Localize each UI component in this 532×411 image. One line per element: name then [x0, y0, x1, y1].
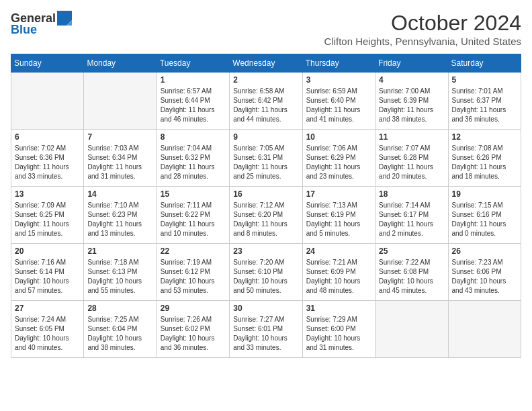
day-number: 17 — [306, 189, 371, 199]
day-info: Sunrise: 7:03 AMSunset: 6:34 PMDaylight:… — [87, 144, 152, 181]
calendar-cell: 22Sunrise: 7:19 AMSunset: 6:12 PMDayligh… — [157, 244, 229, 301]
day-number: 10 — [306, 132, 371, 142]
calendar-cell: 15Sunrise: 7:11 AMSunset: 6:22 PMDayligh… — [157, 187, 229, 244]
weekday-header: Thursday — [302, 54, 375, 73]
day-number: 3 — [306, 75, 371, 85]
day-info: Sunrise: 7:25 AMSunset: 6:04 PMDaylight:… — [87, 315, 152, 353]
day-info: Sunrise: 7:07 AMSunset: 6:28 PMDaylight:… — [379, 144, 444, 181]
location: Clifton Heights, Pennsylvania, United St… — [324, 36, 522, 47]
weekday-header: Tuesday — [157, 54, 229, 73]
weekday-header: Saturday — [448, 54, 521, 73]
calendar-cell: 9Sunrise: 7:05 AMSunset: 6:31 PMDaylight… — [230, 130, 302, 187]
day-info: Sunrise: 7:10 AMSunset: 6:23 PMDaylight:… — [87, 201, 152, 238]
day-number: 13 — [15, 189, 80, 199]
calendar-body: 1Sunrise: 6:57 AMSunset: 6:44 PMDaylight… — [11, 73, 521, 358]
day-info: Sunrise: 7:06 AMSunset: 6:29 PMDaylight:… — [306, 144, 371, 181]
day-number: 8 — [161, 132, 226, 142]
calendar-cell: 14Sunrise: 7:10 AMSunset: 6:23 PMDayligh… — [84, 187, 157, 244]
calendar-cell: 12Sunrise: 7:08 AMSunset: 6:26 PMDayligh… — [448, 130, 521, 187]
day-info: Sunrise: 7:29 AMSunset: 6:00 PMDaylight:… — [306, 315, 371, 353]
day-number: 23 — [233, 246, 298, 256]
day-number: 27 — [15, 304, 80, 313]
day-number: 14 — [87, 189, 152, 199]
day-number: 25 — [379, 246, 444, 256]
day-number: 6 — [15, 132, 80, 142]
calendar-cell: 16Sunrise: 7:12 AMSunset: 6:20 PMDayligh… — [230, 187, 302, 244]
calendar-cell: 5Sunrise: 7:01 AMSunset: 6:37 PMDaylight… — [448, 73, 521, 130]
calendar-cell: 28Sunrise: 7:25 AMSunset: 6:04 PMDayligh… — [84, 301, 157, 358]
day-info: Sunrise: 7:13 AMSunset: 6:19 PMDaylight:… — [306, 201, 371, 238]
day-info: Sunrise: 7:11 AMSunset: 6:22 PMDaylight:… — [161, 201, 226, 238]
day-info: Sunrise: 7:12 AMSunset: 6:20 PMDaylight:… — [233, 201, 298, 238]
day-number: 31 — [306, 304, 371, 313]
calendar-cell: 21Sunrise: 7:18 AMSunset: 6:13 PMDayligh… — [84, 244, 157, 301]
day-number: 30 — [233, 304, 298, 313]
calendar-cell: 29Sunrise: 7:26 AMSunset: 6:02 PMDayligh… — [157, 301, 229, 358]
weekday-row: SundayMondayTuesdayWednesdayThursdayFrid… — [11, 54, 521, 73]
calendar-cell: 3Sunrise: 6:59 AMSunset: 6:40 PMDaylight… — [302, 73, 375, 130]
day-number: 9 — [233, 132, 298, 142]
day-info: Sunrise: 7:21 AMSunset: 6:09 PMDaylight:… — [306, 258, 371, 295]
calendar-cell: 18Sunrise: 7:14 AMSunset: 6:17 PMDayligh… — [375, 187, 448, 244]
calendar-cell: 27Sunrise: 7:24 AMSunset: 6:05 PMDayligh… — [11, 301, 84, 358]
logo-blue-text: Blue — [11, 23, 37, 37]
day-info: Sunrise: 6:57 AMSunset: 6:44 PMDaylight:… — [161, 87, 226, 124]
day-info: Sunrise: 7:14 AMSunset: 6:17 PMDaylight:… — [379, 201, 444, 238]
calendar-header: SundayMondayTuesdayWednesdayThursdayFrid… — [11, 54, 521, 73]
day-info: Sunrise: 7:26 AMSunset: 6:02 PMDaylight:… — [161, 315, 226, 353]
day-info: Sunrise: 7:04 AMSunset: 6:32 PMDaylight:… — [161, 144, 226, 181]
day-number: 5 — [452, 75, 517, 85]
calendar-cell: 13Sunrise: 7:09 AMSunset: 6:25 PMDayligh… — [11, 187, 84, 244]
calendar-table: SundayMondayTuesdayWednesdayThursdayFrid… — [11, 54, 521, 358]
calendar-week-row: 1Sunrise: 6:57 AMSunset: 6:44 PMDaylight… — [11, 73, 521, 130]
day-number: 26 — [452, 246, 517, 256]
calendar-cell: 2Sunrise: 6:58 AMSunset: 6:42 PMDaylight… — [230, 73, 302, 130]
day-info: Sunrise: 7:01 AMSunset: 6:37 PMDaylight:… — [452, 87, 517, 124]
weekday-header: Friday — [375, 54, 448, 73]
day-info: Sunrise: 7:00 AMSunset: 6:39 PMDaylight:… — [379, 87, 444, 124]
calendar-cell: 8Sunrise: 7:04 AMSunset: 6:32 PMDaylight… — [157, 130, 229, 187]
calendar-cell: 7Sunrise: 7:03 AMSunset: 6:34 PMDaylight… — [84, 130, 157, 187]
calendar-cell — [375, 301, 448, 358]
calendar-cell: 31Sunrise: 7:29 AMSunset: 6:00 PMDayligh… — [302, 301, 375, 358]
day-info: Sunrise: 7:15 AMSunset: 6:16 PMDaylight:… — [452, 201, 517, 238]
day-info: Sunrise: 7:02 AMSunset: 6:36 PMDaylight:… — [15, 144, 80, 181]
day-number: 15 — [161, 189, 226, 199]
day-info: Sunrise: 7:16 AMSunset: 6:14 PMDaylight:… — [15, 258, 80, 295]
month-title: October 2024 — [324, 11, 522, 36]
logo: General Blue — [11, 11, 72, 37]
calendar-cell: 24Sunrise: 7:21 AMSunset: 6:09 PMDayligh… — [302, 244, 375, 301]
day-number: 18 — [379, 189, 444, 199]
calendar-cell: 4Sunrise: 7:00 AMSunset: 6:39 PMDaylight… — [375, 73, 448, 130]
day-info: Sunrise: 6:59 AMSunset: 6:40 PMDaylight:… — [306, 87, 371, 124]
calendar-cell: 25Sunrise: 7:22 AMSunset: 6:08 PMDayligh… — [375, 244, 448, 301]
day-info: Sunrise: 7:24 AMSunset: 6:05 PMDaylight:… — [15, 315, 80, 353]
day-info: Sunrise: 7:09 AMSunset: 6:25 PMDaylight:… — [15, 201, 80, 238]
day-number: 1 — [161, 75, 226, 85]
day-number: 16 — [233, 189, 298, 199]
calendar-cell: 10Sunrise: 7:06 AMSunset: 6:29 PMDayligh… — [302, 130, 375, 187]
day-number: 12 — [452, 132, 517, 142]
page-header: General Blue October 2024 Clifton Height… — [11, 11, 521, 47]
day-info: Sunrise: 7:27 AMSunset: 6:01 PMDaylight:… — [233, 315, 298, 353]
calendar-cell: 20Sunrise: 7:16 AMSunset: 6:14 PMDayligh… — [11, 244, 84, 301]
day-number: 7 — [87, 132, 152, 142]
day-number: 21 — [87, 246, 152, 256]
day-info: Sunrise: 6:58 AMSunset: 6:42 PMDaylight:… — [233, 87, 298, 124]
calendar-week-row: 20Sunrise: 7:16 AMSunset: 6:14 PMDayligh… — [11, 244, 521, 301]
day-number: 4 — [379, 75, 444, 85]
day-info: Sunrise: 7:08 AMSunset: 6:26 PMDaylight:… — [452, 144, 517, 181]
day-number: 19 — [452, 189, 517, 199]
day-info: Sunrise: 7:05 AMSunset: 6:31 PMDaylight:… — [233, 144, 298, 181]
day-number: 29 — [161, 304, 226, 313]
day-info: Sunrise: 7:20 AMSunset: 6:10 PMDaylight:… — [233, 258, 298, 295]
day-info: Sunrise: 7:18 AMSunset: 6:13 PMDaylight:… — [87, 258, 152, 295]
day-info: Sunrise: 7:19 AMSunset: 6:12 PMDaylight:… — [161, 258, 226, 295]
calendar-cell — [84, 73, 157, 130]
calendar-cell: 30Sunrise: 7:27 AMSunset: 6:01 PMDayligh… — [230, 301, 302, 358]
calendar-cell: 23Sunrise: 7:20 AMSunset: 6:10 PMDayligh… — [230, 244, 302, 301]
day-number: 20 — [15, 246, 80, 256]
calendar-cell: 17Sunrise: 7:13 AMSunset: 6:19 PMDayligh… — [302, 187, 375, 244]
calendar-cell — [11, 73, 84, 130]
calendar-cell: 11Sunrise: 7:07 AMSunset: 6:28 PMDayligh… — [375, 130, 448, 187]
